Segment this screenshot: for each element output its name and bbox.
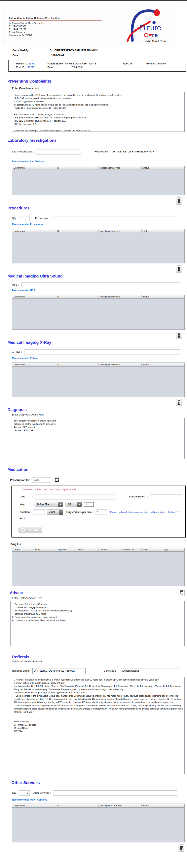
special-notes-input[interactable]	[150, 494, 182, 499]
column-header: Investigation/Service	[99, 295, 142, 299]
consulting-doctor-name: ORITSETSETOS RAPHAEL PINNICK	[54, 49, 98, 52]
window-top-edge	[0, 0, 187, 1]
lab-investigation-label: Lab Investingation :	[12, 150, 34, 153]
lab-investigation-input[interactable]	[36, 149, 81, 154]
drug-row: Drug : Special Notes :	[20, 494, 182, 499]
visit-date-value: 2024-06-01	[71, 66, 84, 69]
other-qty-input[interactable]	[19, 790, 30, 796]
advice-textarea[interactable]: 1. Decrease Gliclazide to 80mg am 2. con…	[10, 601, 185, 646]
recommended-other-services-link[interactable]: Recommended Other Services	[12, 798, 187, 801]
procedures-qty-input[interactable]	[19, 216, 30, 221]
plus-circle-icon: +	[21, 528, 25, 532]
drug-list-body[interactable]	[12, 552, 184, 586]
uss-table-body[interactable]	[12, 299, 184, 330]
column-header: Status	[142, 804, 184, 807]
complaints-sublabel: Enter Complaints Here	[12, 87, 187, 90]
section-title-procedures: Procedures	[7, 206, 187, 211]
trash-icon	[177, 198, 181, 204]
diagnosis-textarea[interactable]: poor glycemic control in a known type 2 …	[12, 418, 185, 459]
delete-other-service-button[interactable]	[179, 844, 184, 852]
column-header: Investigation/Service	[99, 229, 142, 233]
section-title-xray: Medical Imaging X-Ray	[7, 340, 187, 345]
doctor-prefix: Dr.	[50, 49, 53, 52]
consultant-input[interactable]	[121, 668, 179, 674]
patient-name-label: Patient Name	[47, 62, 63, 65]
duration-unit-select[interactable]: Day/s ▼	[47, 509, 63, 515]
other-qty-label: Qty :	[12, 792, 17, 794]
add-drug-button[interactable]: + Add Drug	[18, 527, 42, 533]
drug-input[interactable]	[35, 494, 115, 499]
company-phone1: T: +24 82 593 593	[9, 25, 102, 28]
trash-icon	[177, 333, 181, 338]
special-notes-label: Special Notes	[129, 495, 145, 498]
column-header: Department	[12, 166, 55, 169]
delete-xray-button[interactable]	[176, 399, 182, 406]
column-header: Investigation / Service	[99, 804, 142, 807]
section-title-presenting-complaints: Presenting Complaints	[7, 79, 187, 84]
gender-label: Gender	[146, 62, 155, 65]
section-title-laboratory-investigations: Laboratory Investigations	[7, 138, 187, 143]
company-name-part1: Future Care	[9, 17, 23, 19]
delete-drug-button[interactable]	[179, 589, 185, 596]
delete-procedure-button[interactable]	[176, 266, 182, 273]
diagnosis-sublabel: Enter Diagnosis Details Here	[12, 413, 187, 416]
date-label: Date	[12, 54, 18, 57]
recommended-uss-link[interactable]: Recommended USS	[12, 289, 187, 292]
other-services-input[interactable]	[53, 790, 177, 796]
column-header: ID	[55, 804, 98, 807]
column-header: Fequency	[55, 548, 77, 551]
prescription-id-input[interactable]	[32, 477, 51, 483]
delete-lab-item-button[interactable]	[176, 197, 182, 205]
trash-icon	[177, 267, 181, 272]
total-row: Total :	[20, 517, 182, 520]
xray-table-body[interactable]	[12, 367, 184, 397]
recommended-procedures-link[interactable]: Recommended Procedures	[12, 223, 187, 226]
svg-text:C❤re: C❤re	[144, 32, 158, 38]
drug-label: Drug	[20, 495, 32, 498]
recommended-lab-testings-link[interactable]: Recommended Lab Testings	[12, 160, 187, 163]
duration-input[interactable]	[33, 509, 45, 515]
frequency-qty-input[interactable]	[84, 502, 94, 507]
company-name-part2: Future Holdings (Pty) Limited	[26, 17, 60, 19]
column-header: ID	[55, 166, 98, 169]
uss-input[interactable]	[22, 282, 180, 287]
company-name: Future Care by Future Holdings (Pty) Lim…	[9, 17, 102, 20]
referring-doctor-label: Reffering Doctor	[12, 670, 30, 672]
procedures-table-header: Department ID Investigation/Service Stat…	[12, 229, 184, 233]
gender-value: Female	[158, 62, 166, 65]
consulted-by-line: Consulted By : Dr. ORITSETSETOS RAPHAEL …	[12, 49, 187, 52]
xray-table: Department ID Investigation/Service Stat…	[12, 363, 185, 397]
referring-doctor-input[interactable]	[32, 668, 86, 674]
drug-list-header: Drug ID Drug Fequency Way Duration Durat…	[12, 548, 184, 552]
section-title-medication: Medication	[7, 467, 187, 472]
column-header: Department	[12, 229, 55, 233]
advice-sublabel: Enter Doctor's Advice Here	[12, 597, 187, 599]
patient-id-value: 6341	[29, 62, 34, 65]
referral-letter-textarea[interactable]: Greetings, the above named patient is a …	[12, 677, 185, 774]
refresh-prescription-button[interactable]	[53, 476, 61, 484]
letterhead: Future Care by Future Holdings (Pty) Lim…	[4, 5, 178, 45]
trash-icon	[177, 400, 181, 405]
way-select[interactable]: Before Meal ▼	[35, 502, 63, 507]
other-services-body[interactable]	[12, 808, 184, 842]
column-header: Status	[142, 295, 184, 299]
company-number: Company No.8417652-2	[9, 34, 102, 37]
duration-label: Duration :	[20, 511, 31, 514]
delete-uss-button[interactable]	[176, 332, 182, 339]
frequency-select[interactable]: OD ▼	[66, 502, 82, 507]
uss-table: Department ID Investigation/Service Stat…	[12, 294, 185, 330]
recommended-xrays-link[interactable]: Recommended X-Rays	[12, 357, 187, 360]
xray-input[interactable]	[24, 349, 180, 354]
procedures-table-body[interactable]	[12, 233, 184, 263]
consulted-by-label: Consulted By	[12, 49, 29, 52]
company-phone2: T: +24 84 225 252	[9, 28, 102, 31]
lab-table-body[interactable]	[12, 170, 184, 195]
xray-table-header: Department ID Investigation/Service Stat…	[12, 363, 184, 367]
per-meal-input[interactable]	[96, 509, 107, 515]
company-info: Future Care by Future Holdings (Pty) Lim…	[4, 5, 102, 45]
column-header: Qty	[163, 548, 184, 551]
complaints-textarea[interactable]: pt seen, managed for CKD stage 4 conserv…	[12, 92, 185, 132]
drug-suggestion-note: Please select the Drug from Drug suggess…	[23, 488, 182, 491]
procedures-input[interactable]	[52, 216, 177, 221]
refferals-sublabel: Select the needed Refferal	[12, 660, 187, 663]
